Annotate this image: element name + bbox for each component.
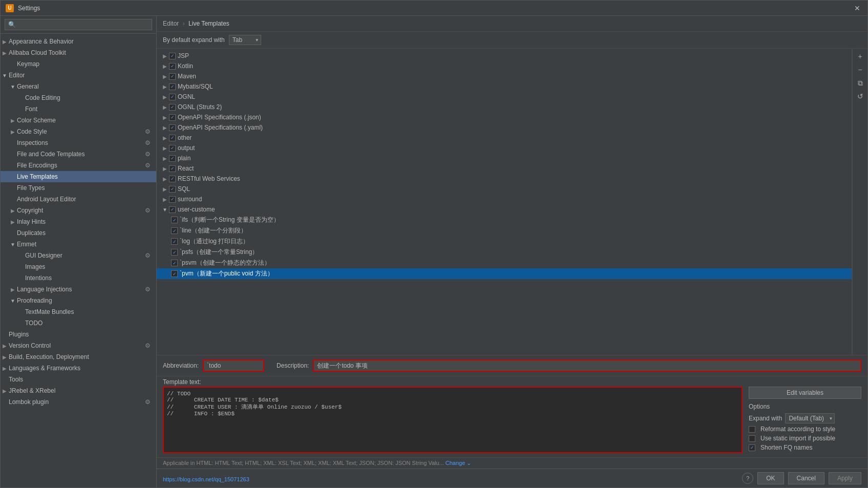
- checkbox-ognl-struts[interactable]: [169, 104, 176, 111]
- checkbox-user-custome[interactable]: [169, 206, 176, 213]
- checkbox-kotlin[interactable]: [169, 63, 176, 70]
- sidebar-item-android-layout[interactable]: Android Layout Editor: [1, 194, 156, 205]
- sidebar-item-general[interactable]: ▼ General: [1, 81, 156, 92]
- checkbox-pvm[interactable]: [171, 270, 178, 277]
- checkbox-restful[interactable]: [169, 176, 176, 182]
- restore-button[interactable]: ↺: [855, 91, 866, 102]
- checkbox-psvm[interactable]: [171, 260, 178, 266]
- checkbox-reformat[interactable]: [749, 426, 755, 433]
- ok-button[interactable]: OK: [757, 472, 784, 484]
- close-button[interactable]: ✕: [852, 3, 862, 13]
- sidebar-item-editor[interactable]: ▼ Editor: [1, 70, 156, 81]
- expand-select[interactable]: Tab Enter Space: [229, 35, 261, 45]
- sidebar-item-code-style[interactable]: ▶ Code Style ⚙: [1, 126, 156, 137]
- template-group-react[interactable]: ▶ React: [157, 163, 852, 174]
- sidebar-item-live-templates[interactable]: Live Templates: [1, 171, 156, 182]
- template-group-ognl[interactable]: ▶ OGNL: [157, 92, 852, 102]
- sidebar-item-appearance[interactable]: ▶ Appearance & Behavior: [1, 36, 156, 47]
- checkbox-shorten-fq[interactable]: [749, 444, 755, 451]
- sidebar-item-copyright[interactable]: ▶ Copyright ⚙: [1, 205, 156, 216]
- checkbox-static-import[interactable]: [749, 435, 755, 442]
- sidebar-item-inlay-hints[interactable]: ▶ Inlay Hints: [1, 216, 156, 227]
- sidebar-item-inspections[interactable]: Inspections ⚙: [1, 137, 156, 148]
- cancel-button[interactable]: Cancel: [788, 472, 824, 484]
- sidebar-item-file-code-templates[interactable]: File and Code Templates ⚙: [1, 148, 156, 160]
- sidebar-item-jrebel[interactable]: ▶ JRebel & XRebel: [1, 385, 156, 396]
- checkbox-output[interactable]: [169, 145, 176, 152]
- template-group-jsp[interactable]: ▶ JSP: [157, 51, 852, 61]
- checkbox-surround[interactable]: [169, 196, 176, 203]
- template-group-mybatis[interactable]: ▶ Mybatis/SQL: [157, 81, 852, 92]
- expand-select-wrapper[interactable]: Default (Tab) Tab Enter Space ▼: [785, 413, 835, 423]
- description-input[interactable]: [313, 359, 861, 372]
- checkbox-openapi-yaml[interactable]: [169, 124, 176, 131]
- template-group-openapi-json[interactable]: ▶ OpenAPI Specifications (.json): [157, 112, 852, 122]
- checkbox-sql[interactable]: [169, 186, 176, 193]
- template-group-restful[interactable]: ▶ RESTful Web Services: [157, 174, 852, 184]
- apply-button[interactable]: Apply: [829, 472, 861, 484]
- template-group-plain[interactable]: ▶ plain: [157, 153, 852, 163]
- sidebar-item-emmet[interactable]: ▼ Emmet: [1, 239, 156, 250]
- sidebar-item-build-exec[interactable]: ▶ Build, Execution, Deployment: [1, 351, 156, 363]
- sidebar-item-keymap[interactable]: Keymap: [1, 58, 156, 70]
- template-text-area[interactable]: // TODO // CREATE DATE TIME : $date$ // …: [163, 387, 743, 453]
- checkbox-other[interactable]: [169, 135, 176, 141]
- sidebar-item-textmate[interactable]: TextMate Bundles: [1, 306, 156, 317]
- sidebar-item-alibaba[interactable]: ▶ Alibaba Cloud Toolkit: [1, 47, 156, 58]
- abbreviation-input[interactable]: [203, 359, 264, 372]
- sidebar-item-intentions[interactable]: Intentions: [1, 272, 156, 284]
- sidebar-item-proofreading[interactable]: ▼ Proofreading: [1, 295, 156, 306]
- template-group-output[interactable]: ▶ output: [157, 143, 852, 153]
- checkbox-maven[interactable]: [169, 73, 176, 80]
- template-item-ifs[interactable]: `ifs（判断一个String 变量是否为空）: [157, 215, 852, 225]
- checkbox-mybatis[interactable]: [169, 83, 176, 90]
- sidebar-item-duplicates[interactable]: Duplicates: [1, 227, 156, 239]
- copy-button[interactable]: ⧉: [855, 77, 866, 89]
- sidebar-item-file-encodings[interactable]: File Encodings ⚙: [1, 160, 156, 171]
- template-group-kotlin[interactable]: ▶ Kotlin: [157, 61, 852, 71]
- checkbox-log[interactable]: [171, 238, 178, 245]
- template-group-ognl-struts[interactable]: ▶ OGNL (Struts 2): [157, 102, 852, 112]
- template-item-pvm[interactable]: `pvm（新建一个public void 方法）: [157, 268, 852, 279]
- expand-with-select[interactable]: Default (Tab) Tab Enter Space: [785, 413, 835, 423]
- template-group-user-custome[interactable]: ▼ user-custome: [157, 204, 852, 215]
- template-group-openapi-yaml[interactable]: ▶ OpenAPI Specifications (.yaml): [157, 122, 852, 133]
- checkbox-ifs[interactable]: [171, 217, 178, 223]
- sidebar-item-file-types[interactable]: File Types: [1, 182, 156, 194]
- template-group-surround[interactable]: ▶ surround: [157, 194, 852, 204]
- template-item-line[interactable]: `line（创建一个分割段）: [157, 225, 852, 236]
- sidebar-item-lang-frameworks[interactable]: ▶ Languages & Frameworks: [1, 363, 156, 374]
- add-button[interactable]: +: [855, 51, 866, 62]
- search-input[interactable]: [5, 19, 152, 30]
- checkbox-react[interactable]: [169, 165, 176, 172]
- sidebar-item-images[interactable]: Images: [1, 261, 156, 272]
- help-button[interactable]: ?: [742, 473, 753, 484]
- template-group-sql[interactable]: ▶ SQL: [157, 184, 852, 194]
- template-item-psvm[interactable]: `psvm（创建一个静态的空方法）: [157, 258, 852, 268]
- template-group-other[interactable]: ▶ other: [157, 133, 852, 143]
- expand-arrow: ▶: [161, 72, 169, 80]
- sidebar-item-color-scheme[interactable]: ▶ Color Scheme: [1, 115, 156, 126]
- checkbox-line[interactable]: [171, 227, 178, 234]
- template-item-log[interactable]: `log（通过log 打印日志）: [157, 236, 852, 247]
- expand-select-wrapper[interactable]: Tab Enter Space ▼: [229, 35, 261, 45]
- sidebar-item-lombok[interactable]: Lombok plugin ⚙: [1, 396, 156, 408]
- sidebar-item-code-editing[interactable]: Code Editing: [1, 92, 156, 103]
- sidebar-item-tools[interactable]: Tools: [1, 374, 156, 385]
- checkbox-openapi-json[interactable]: [169, 114, 176, 121]
- sidebar-item-font[interactable]: Font: [1, 103, 156, 115]
- edit-variables-button[interactable]: Edit variables: [749, 387, 861, 399]
- checkbox-plain[interactable]: [169, 155, 176, 162]
- sidebar-item-gui-designer[interactable]: GUI Designer ⚙: [1, 250, 156, 261]
- change-link[interactable]: Change: [446, 460, 465, 466]
- checkbox-ognl[interactable]: [169, 94, 176, 100]
- template-group-maven[interactable]: ▶ Maven: [157, 71, 852, 81]
- template-item-psfs[interactable]: `psfs（创建一个常量String）: [157, 247, 852, 258]
- sidebar-item-lang-injections[interactable]: ▶ Language Injections ⚙: [1, 284, 156, 295]
- sidebar-item-version-control[interactable]: ▶ Version Control ⚙: [1, 340, 156, 351]
- sidebar-item-plugins[interactable]: Plugins: [1, 329, 156, 340]
- remove-button[interactable]: −: [855, 64, 866, 75]
- checkbox-jsp[interactable]: [169, 53, 176, 59]
- sidebar-item-todo[interactable]: TODO: [1, 317, 156, 329]
- checkbox-psfs[interactable]: [171, 249, 178, 256]
